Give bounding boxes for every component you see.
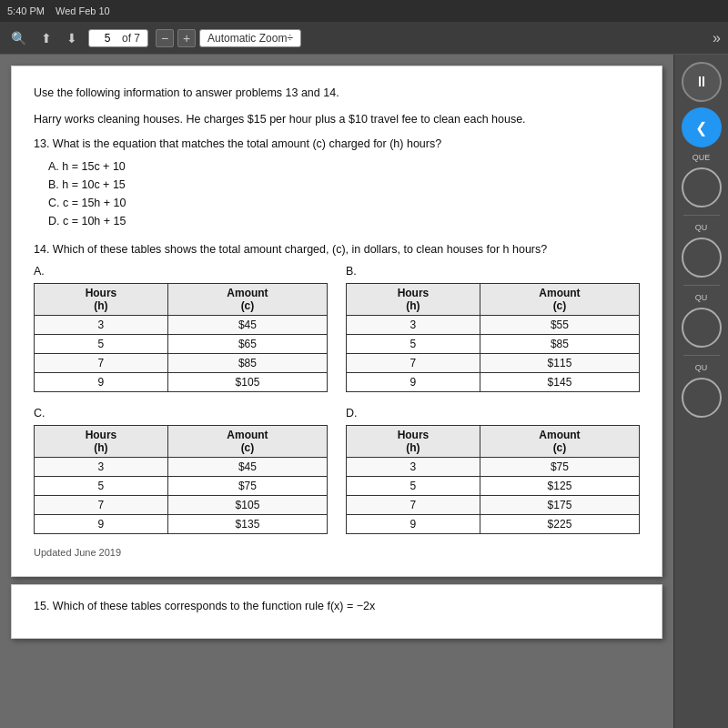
table-cell: $105: [167, 372, 327, 391]
updated-text: Updated June 2019: [34, 547, 640, 558]
table-row: 3$45: [35, 457, 328, 476]
table-cell: $225: [480, 514, 639, 533]
right-sidebar: ⏸ ❮ QUE QU QU QU: [673, 55, 728, 728]
top-bar: 5:40 PM Wed Feb 10: [0, 0, 728, 22]
table-cell: $135: [167, 514, 327, 533]
table-row: 5$125: [347, 476, 640, 495]
intro-text: Use the following information to answer …: [34, 85, 640, 102]
sidebar-divider-3: [683, 355, 720, 356]
table-row: 5$85: [347, 334, 640, 353]
table-cell: 7: [347, 495, 480, 514]
table-row: 3$45: [35, 315, 328, 334]
table-cell: $115: [480, 353, 639, 372]
table-cell: $75: [480, 457, 639, 476]
table-c-label: C.: [34, 407, 328, 420]
question-circle-3[interactable]: [682, 308, 722, 348]
page-number-input[interactable]: [96, 32, 118, 45]
table-d-col-hours: Hours(h): [347, 425, 480, 457]
table-row: 9$225: [347, 514, 640, 533]
zoom-level[interactable]: Automatic Zoom÷: [199, 29, 301, 47]
table-a-col-amount: Amount(c): [167, 283, 327, 315]
table-cell: 7: [35, 495, 168, 514]
option-d: D. c = 10h + 15: [48, 212, 640, 230]
table-b: Hours(h) Amount(c) 3$555$857$1159$145: [346, 283, 640, 392]
table-row: 5$75: [35, 476, 328, 495]
sidebar-divider-2: [683, 285, 720, 286]
toolbar-expand-icon[interactable]: »: [713, 30, 721, 46]
table-row: 9$105: [35, 372, 328, 391]
table-c: Hours(h) Amount(c) 3$455$757$1059$135: [34, 425, 328, 534]
table-cell: 9: [35, 514, 168, 533]
table-cell: $125: [480, 476, 639, 495]
table-cell: $45: [167, 315, 327, 334]
table-row: 9$135: [35, 514, 328, 533]
table-c-section: C. Hours(h) Amount(c) 3$455$757$1059$135: [34, 407, 328, 534]
table-b-col-amount: Amount(c): [480, 283, 639, 315]
table-row: 7$85: [35, 353, 328, 372]
option-a: A. h = 15c + 10: [48, 157, 640, 176]
que-label-2: QU: [695, 223, 708, 232]
zoom-in-button[interactable]: +: [177, 29, 196, 47]
table-cell: 3: [35, 315, 168, 334]
page-total: of 7: [122, 32, 140, 45]
table-cell: $85: [480, 334, 639, 353]
table-cell: 5: [347, 476, 480, 495]
table-cell: 9: [347, 514, 480, 533]
table-b-label: B.: [346, 265, 640, 278]
table-a-label: A.: [34, 265, 328, 278]
main-area: Use the following information to answer …: [0, 55, 728, 728]
table-a-col-hours: Hours(h): [35, 283, 168, 315]
time-display: 5:40 PM: [7, 5, 45, 16]
table-cell: 3: [347, 457, 480, 476]
table-cell: $85: [167, 353, 327, 372]
que-label-3: QU: [695, 293, 708, 302]
table-cell: 3: [347, 315, 480, 334]
table-cell: 9: [35, 372, 168, 391]
table-cell: 7: [35, 353, 168, 372]
option-b: B. h = 10c + 15: [48, 176, 640, 194]
zoom-out-button[interactable]: −: [156, 29, 174, 47]
table-d-section: D. Hours(h) Amount(c) 3$755$1257$1759$22…: [346, 407, 640, 534]
tables-grid: A. Hours(h) Amount(c) 3$455$657$859$105: [34, 265, 640, 534]
pdf-viewer: Use the following information to answer …: [0, 55, 673, 728]
table-row: 7$175: [347, 495, 640, 514]
q15-preview-text: 15. Which of these tables corresponds to…: [34, 600, 640, 612]
table-cell: 7: [347, 353, 480, 372]
search-icon[interactable]: 🔍: [7, 29, 30, 47]
page-navigation: of 7: [88, 29, 148, 47]
document-page: Use the following information to answer …: [11, 66, 662, 577]
table-b-col-hours: Hours(h): [347, 283, 480, 315]
table-cell: $55: [480, 315, 639, 334]
table-d-label: D.: [346, 407, 640, 420]
pause-button[interactable]: ⏸: [682, 62, 722, 102]
question-circle-1[interactable]: [682, 167, 722, 207]
que-label-1: QUE: [693, 153, 711, 162]
option-c: C. c = 15h + 10: [48, 194, 640, 212]
harry-info: Harry works cleaning houses. He charges …: [34, 111, 640, 128]
up-icon[interactable]: ⬆: [37, 29, 56, 47]
table-c-col-hours: Hours(h): [35, 425, 168, 457]
down-icon[interactable]: ⬇: [63, 29, 81, 47]
table-b-section: B. Hours(h) Amount(c) 3$555$857$1159$145: [346, 265, 640, 392]
table-a-section: A. Hours(h) Amount(c) 3$455$657$859$105: [34, 265, 328, 392]
q13-options: A. h = 15c + 10 B. h = 10c + 15 C. c = 1…: [48, 157, 640, 230]
table-cell: $75: [167, 476, 327, 495]
zoom-controls: − + Automatic Zoom÷: [156, 29, 301, 47]
question-circle-2[interactable]: [682, 238, 722, 278]
table-row: 5$65: [35, 334, 328, 353]
table-c-col-amount: Amount(c): [167, 425, 327, 457]
table-row: 3$55: [347, 315, 640, 334]
table-cell: $105: [167, 495, 327, 514]
next-page-preview: 15. Which of these tables corresponds to…: [11, 584, 662, 639]
table-d-col-amount: Amount(c): [480, 425, 639, 457]
table-cell: 5: [35, 476, 168, 495]
question-circle-4[interactable]: [682, 378, 722, 418]
q13-text: 13. What is the equation that matches th…: [34, 137, 640, 150]
nav-back-button[interactable]: ❮: [682, 107, 722, 147]
que-label-4: QU: [695, 363, 708, 372]
toolbar: 🔍 ⬆ ⬇ of 7 − + Automatic Zoom÷ »: [0, 22, 728, 55]
table-row: 7$105: [35, 495, 328, 514]
table-cell: 5: [347, 334, 480, 353]
table-row: 7$115: [347, 353, 640, 372]
table-cell: $65: [167, 334, 327, 353]
